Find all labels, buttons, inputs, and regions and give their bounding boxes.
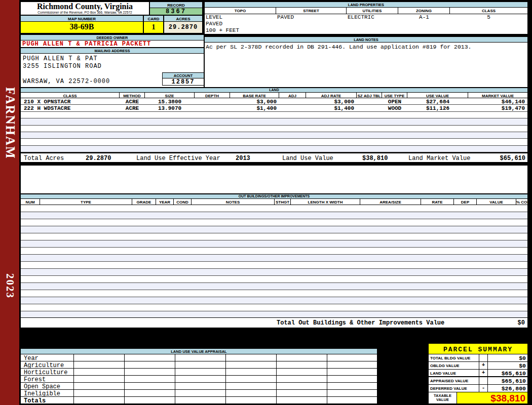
account-label: ACCOUNT <box>163 73 204 78</box>
table-cell <box>357 118 382 125</box>
table-cell <box>21 255 40 261</box>
table-cell <box>195 98 230 104</box>
table-cell <box>360 276 421 282</box>
table-row <box>21 132 527 139</box>
table-cell <box>477 212 516 219</box>
out-buildings-table: OUT BUILDINGS/OTHER IMPROVEMENTS NUMTYPE… <box>20 194 528 328</box>
table-cell <box>175 361 226 368</box>
column-header: NOTES <box>192 199 275 205</box>
table-cell <box>156 219 174 226</box>
table-cell <box>145 112 195 118</box>
table-cell <box>195 139 230 145</box>
zoning-value: A-1 <box>398 14 450 34</box>
table-cell <box>145 146 195 152</box>
table-cell <box>468 118 527 125</box>
table-cell <box>516 226 527 233</box>
summary-value: $26,800 <box>488 385 527 392</box>
map-number-label: MAP NUMBER <box>21 16 143 22</box>
table-cell <box>407 139 468 145</box>
record-value: 8367 <box>150 8 202 15</box>
table-cell <box>477 233 516 240</box>
table-cell <box>120 126 145 132</box>
summary-row: TOTAL BLDG VALUE $0 <box>429 354 527 362</box>
table-cell <box>40 290 132 297</box>
table-cell <box>275 240 291 247</box>
account-value: 12857 <box>163 78 204 85</box>
table-cell <box>327 361 377 368</box>
table-cell <box>516 212 527 219</box>
table-cell <box>226 390 277 396</box>
table-cell <box>421 212 454 219</box>
table-cell <box>357 112 382 118</box>
table-cell <box>226 397 277 403</box>
table-cell <box>192 219 275 226</box>
table-cell <box>192 283 275 290</box>
table-cell <box>125 361 175 368</box>
table-cell <box>360 283 421 290</box>
summary-row: DEFERRED VALUE - $26,800 <box>429 385 527 392</box>
column-header: CLASS <box>21 93 120 98</box>
table-cell <box>279 98 306 104</box>
land-market-value-label: Land Market Value <box>408 155 470 162</box>
table-cell <box>306 139 357 145</box>
out-buildings-total-value: $0 <box>518 319 525 327</box>
table-cell <box>192 269 275 275</box>
land-use-value-label: Land Use Value <box>282 155 333 162</box>
table-row: Horticulture <box>21 369 377 376</box>
table-cell <box>516 269 527 275</box>
column-header: ADJ RATE <box>306 93 357 98</box>
table-cell <box>195 112 230 118</box>
table-cell <box>516 219 527 226</box>
table-row <box>21 276 527 283</box>
table-cell <box>21 269 40 275</box>
table-cell <box>174 240 192 247</box>
table-cell <box>145 126 195 132</box>
table-cell <box>279 126 306 132</box>
table-cell <box>40 255 132 261</box>
table-cell <box>357 105 382 111</box>
spacer-panel <box>20 165 528 194</box>
land-table-header: CLASSMETHODSIZEDEPTHBASE RATEADJADJ RATE… <box>21 93 527 98</box>
table-cell <box>40 226 132 233</box>
table-cell <box>120 132 145 138</box>
table-cell <box>360 262 421 268</box>
table-cell <box>132 205 156 212</box>
table-cell <box>516 248 527 254</box>
table-cell <box>477 276 516 282</box>
column-header: LENGTH X WIDTH <box>291 199 360 205</box>
column-header: SZ ADJ TBL <box>357 93 382 98</box>
column-header: AREA/SIZE <box>360 199 421 205</box>
table-cell <box>132 219 156 226</box>
table-cell <box>291 290 360 297</box>
table-cell <box>357 146 382 152</box>
table-cell <box>156 205 174 212</box>
table-cell <box>454 276 477 282</box>
table-row <box>21 240 527 248</box>
column-header: % COMP <box>516 199 527 205</box>
table-cell <box>230 118 279 125</box>
table-cell <box>174 297 192 304</box>
summary-value: $65,610 <box>488 370 527 376</box>
table-cell <box>477 290 516 297</box>
table-cell <box>40 269 132 275</box>
table-cell: $19,470 <box>468 105 527 111</box>
table-cell <box>21 262 40 268</box>
table-cell <box>407 146 468 152</box>
table-cell <box>156 290 174 297</box>
table-cell <box>477 205 516 212</box>
table-cell <box>291 297 360 304</box>
table-cell <box>132 283 156 290</box>
table-cell <box>291 304 360 311</box>
table-cell <box>454 304 477 311</box>
summary-operator <box>479 354 488 361</box>
table-cell <box>74 383 125 389</box>
table-cell <box>132 233 156 240</box>
table-cell <box>279 139 306 145</box>
utilities-value: ELECTRIC <box>347 14 398 34</box>
table-row: 210 X OPNSTACRACRE15.3800$3,000$3,000OPE… <box>21 98 527 105</box>
table-cell <box>40 304 132 311</box>
table-row <box>21 269 527 276</box>
table-cell <box>145 132 195 138</box>
table-cell <box>327 390 377 396</box>
deeded-owner-title: DEEDED OWNER <box>21 35 204 40</box>
